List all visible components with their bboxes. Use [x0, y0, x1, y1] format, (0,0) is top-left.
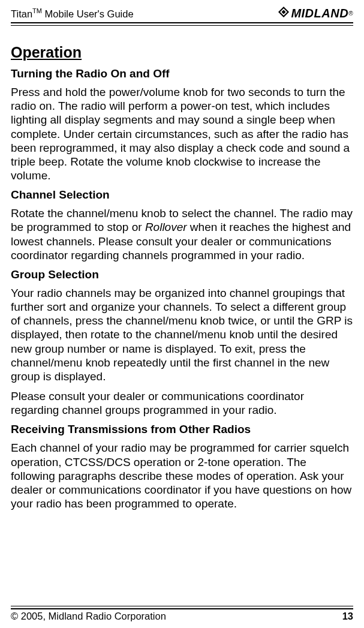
body-text-group-1: Your radio channels may be organized int…	[11, 286, 353, 383]
header-title-prefix: Titan	[11, 8, 32, 19]
body-text-channel-italic: Rollover	[145, 221, 187, 233]
page-container: TitanTM Mobile User's Guide MIDLAND® Ope…	[0, 0, 364, 628]
header-row: TitanTM Mobile User's Guide MIDLAND®	[11, 6, 353, 21]
subsection-title-group: Group Selection	[11, 268, 353, 281]
body-text-group-2: Please consult your dealer or communicat…	[11, 389, 353, 417]
copyright-text: © 2005, Midland Radio Corporation	[11, 611, 166, 622]
header-title-suffix: Mobile User's Guide	[42, 8, 134, 19]
footer-row: © 2005, Midland Radio Corporation 13	[11, 611, 353, 622]
content-area: Operation Turning the Radio On and Off P…	[11, 26, 353, 594]
header-tm: TM	[32, 7, 42, 14]
page-number: 13	[342, 611, 353, 622]
body-text-receiving: Each channel of your radio may be progra…	[11, 441, 353, 510]
brand-logo: MIDLAND®	[278, 6, 353, 21]
body-text-power: Press and hold the power/volume knob for…	[11, 85, 353, 182]
subsection-title-power: Turning the Radio On and Off	[11, 67, 353, 80]
body-text-channel: Rotate the channel/menu knob to select t…	[11, 206, 353, 262]
header-title: TitanTM Mobile User's Guide	[11, 7, 134, 20]
section-title-operation: Operation	[11, 44, 353, 61]
logo-registered: ®	[348, 10, 353, 17]
footer-divider	[11, 606, 353, 609]
diamond-icon	[278, 6, 290, 21]
logo-text: MIDLAND	[291, 7, 348, 20]
subsection-title-receiving: Receiving Transmissions from Other Radio…	[11, 423, 353, 436]
subsection-title-channel: Channel Selection	[11, 188, 353, 202]
